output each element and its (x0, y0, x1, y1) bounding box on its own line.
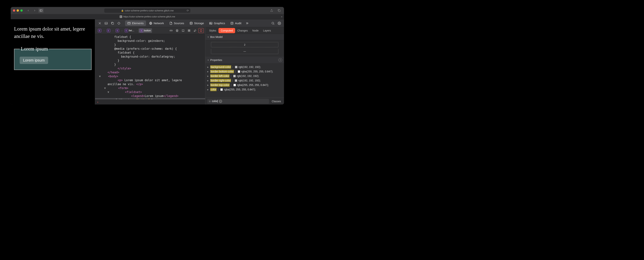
rendered-page: Lorem ipsum dolor sit amet, legere ancil… (11, 19, 95, 104)
side-tab-changes[interactable]: Changes (235, 28, 250, 33)
breadcrumb-item-active[interactable]: Ebutton (138, 28, 152, 33)
classes-button[interactable]: Classes (270, 99, 282, 103)
new-tab-button[interactable]: + (281, 15, 282, 18)
address-bar[interactable]: 🔒 color-scheme-prefers-color-scheme.glit… (104, 9, 190, 13)
disclosure-icon[interactable]: ▼ (108, 90, 110, 94)
grid-icon[interactable] (186, 28, 192, 33)
property-row[interactable]: ▶ border-right-color: rgb(192, 192, 192)… (207, 78, 282, 83)
filter-input-wrap[interactable]: ⊜ color ✕ (207, 99, 269, 104)
color-swatch[interactable] (235, 66, 238, 68)
svg-rect-32 (182, 30, 184, 31)
page-form: Lorem ipsum Lorem ipsum (14, 45, 92, 70)
box-model-top[interactable]: 2 (211, 42, 278, 47)
element-picker-icon[interactable] (116, 21, 122, 26)
disclosure-icon[interactable]: ▼ (99, 74, 101, 78)
tab-storage[interactable]: Storage (187, 21, 206, 26)
tabs-overflow-button[interactable] (244, 21, 250, 26)
box-model-bottom[interactable]: — (211, 49, 278, 54)
svg-point-23 (279, 23, 280, 24)
dom-breadcrumb-bar: E › E › E › Efiel… › Ebutton (95, 27, 205, 34)
box-model-body: 2 — (205, 40, 284, 57)
properties-header[interactable]: ▼ Properties ≡ (205, 57, 284, 64)
nav-buttons (26, 8, 44, 13)
filter-options-icon[interactable]: ≡ (278, 58, 282, 62)
dock-bottom-icon[interactable] (103, 21, 109, 26)
property-row[interactable]: ▶ border-bottom-color: rgba(255, 255, 25… (207, 69, 282, 74)
side-tab-layers[interactable]: Layers (261, 28, 273, 33)
compositing-icon[interactable] (198, 28, 204, 33)
tab-title: https://color-scheme-prefers-color-schem… (123, 15, 175, 18)
property-row[interactable]: ▶ border-top-color: rgba(255, 255, 255, … (207, 83, 282, 87)
forward-button[interactable] (32, 8, 37, 13)
disclosure-icon: ▼ (207, 36, 209, 38)
styles-side-panel: Styles Computed Changes Node Layers ▼ Bo… (205, 27, 284, 104)
dock-popout-icon[interactable] (110, 21, 115, 26)
property-row[interactable]: ▶ border-left-color: rgb(192, 192, 192); (207, 74, 282, 78)
property-row[interactable]: ▶ color: rgba(255, 255, 255, 0.847); (207, 87, 282, 92)
sidebar-toggle-button[interactable] (38, 8, 44, 13)
device-icon[interactable] (180, 28, 186, 33)
dom-tree[interactable]: fieldset { background-color: gainsboro; … (95, 34, 205, 99)
close-devtools-button[interactable] (97, 21, 102, 26)
svg-line-22 (274, 24, 274, 25)
svg-rect-0 (40, 10, 42, 11)
page-paragraph: Lorem ipsum dolor sit amet, legere ancil… (14, 25, 92, 40)
color-swatch[interactable] (234, 84, 236, 86)
svg-point-21 (272, 22, 274, 24)
breadcrumb-item[interactable]: Efiel… (123, 28, 136, 33)
color-swatch[interactable] (233, 75, 236, 77)
tab-elements[interactable]: Elements (125, 21, 146, 26)
lock-icon: 🔒 (121, 9, 124, 12)
traffic-lights (13, 9, 23, 12)
color-swatch[interactable] (235, 79, 237, 82)
properties-list: ▶ background-color: rgb(192, 192, 192); … (205, 64, 284, 98)
devtools-tabbar: Elements Network Sources Storage Graphic… (95, 19, 284, 27)
tab-graphics[interactable]: Graphics (207, 21, 227, 26)
minimize-window-button[interactable] (17, 9, 19, 12)
content-area: Lorem ipsum dolor sit amet, legere ancil… (11, 19, 284, 104)
svg-rect-8 (112, 23, 114, 24)
share-button[interactable] (269, 8, 274, 13)
back-button[interactable] (26, 8, 31, 13)
svg-rect-36 (188, 31, 189, 32)
fullscreen-window-button[interactable] (20, 9, 23, 12)
svg-rect-6 (105, 22, 108, 24)
tab-network[interactable]: Network (147, 21, 166, 26)
breadcrumb-item[interactable]: E (106, 28, 112, 33)
svg-point-9 (118, 22, 120, 24)
svg-rect-34 (188, 30, 189, 30)
devtools-body: E › E › E › Efiel… › Ebutton (95, 27, 284, 104)
browser-window: 🔒 color-scheme-prefers-color-scheme.glit… (11, 7, 284, 104)
property-row[interactable]: ▶ background-color: rgb(192, 192, 192); (207, 65, 282, 69)
disclosure-icon[interactable]: ▼ (104, 86, 106, 90)
url-host: color-scheme-prefers-color-scheme.glitch… (125, 9, 174, 12)
color-swatch[interactable] (238, 70, 240, 73)
box-model-header[interactable]: ▼ Box Model (205, 34, 284, 40)
selected-node[interactable]: <button type="button">Lorem (95, 98, 205, 99)
page-legend: Lorem ipsum (20, 45, 49, 53)
ruler-icon[interactable] (168, 28, 174, 33)
tab-sources[interactable]: Sources (167, 21, 186, 26)
search-button[interactable] (270, 21, 276, 26)
paint-icon[interactable] (192, 28, 198, 33)
disclosure-icon: ▼ (207, 59, 209, 61)
tab-strip: c https://color-scheme-prefers-color-sch… (11, 14, 284, 19)
side-tab-computed[interactable]: Computed (218, 28, 235, 33)
svg-rect-35 (189, 30, 190, 30)
close-window-button[interactable] (13, 9, 15, 12)
print-icon[interactable] (174, 28, 180, 33)
breadcrumb-item[interactable]: E (96, 28, 102, 33)
reload-button[interactable]: ⟳ (187, 9, 189, 12)
clear-filter-button[interactable]: ✕ (219, 100, 222, 103)
tabs-overview-button[interactable] (276, 8, 282, 13)
settings-button[interactable] (276, 21, 282, 26)
console-strip[interactable]: › (95, 99, 205, 104)
svg-rect-24 (170, 30, 172, 31)
color-swatch[interactable] (220, 88, 223, 91)
side-tab-styles[interactable]: Styles (207, 28, 218, 33)
tab-audit[interactable]: Audit (228, 21, 244, 26)
page-button[interactable]: Lorem ipsum (20, 57, 48, 64)
breadcrumb-item[interactable]: E (114, 28, 120, 33)
browser-tab[interactable]: c https://color-scheme-prefers-color-sch… (120, 15, 175, 18)
side-tab-node[interactable]: Node (250, 28, 261, 33)
